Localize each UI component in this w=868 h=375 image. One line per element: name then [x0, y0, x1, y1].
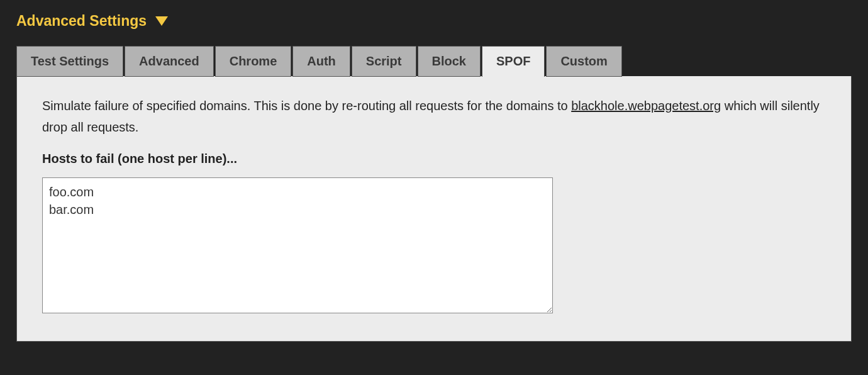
spof-panel: Simulate failure of specified domains. T… [16, 76, 852, 342]
blackhole-link[interactable]: blackhole.webpagetest.org [571, 99, 721, 113]
tab-block[interactable]: Block [418, 46, 481, 77]
tab-test-settings[interactable]: Test Settings [16, 46, 123, 77]
description-text-pre: Simulate failure of specified domains. T… [42, 99, 571, 113]
tab-custom[interactable]: Custom [546, 46, 621, 77]
tab-bar: Test Settings Advanced Chrome Auth Scrip… [16, 46, 852, 77]
advanced-settings-toggle[interactable]: Advanced Settings [16, 13, 852, 30]
advanced-settings-title: Advanced Settings [16, 13, 147, 30]
tab-spof[interactable]: SPOF [482, 46, 545, 77]
hosts-label: Hosts to fail (one host per line)... [42, 152, 826, 166]
tab-advanced[interactable]: Advanced [125, 46, 214, 77]
spof-description: Simulate failure of specified domains. T… [42, 95, 826, 138]
tab-auth[interactable]: Auth [292, 46, 350, 77]
triangle-down-icon [155, 16, 168, 26]
hosts-textarea[interactable] [42, 177, 553, 313]
tab-chrome[interactable]: Chrome [215, 46, 292, 77]
tab-script[interactable]: Script [352, 46, 416, 77]
